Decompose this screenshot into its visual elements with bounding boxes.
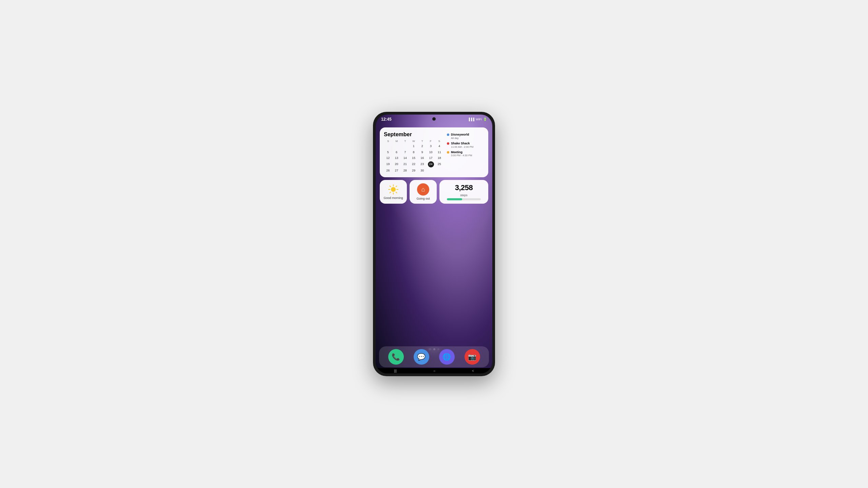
day-f: F (427, 140, 435, 143)
going-out-label: Going out (416, 197, 430, 200)
event-disneyworld[interactable]: Disneyworld All day (447, 133, 484, 140)
cal-22[interactable]: 22 (410, 161, 418, 167)
day-t1: T (401, 140, 409, 143)
day-w: W (409, 140, 418, 143)
status-time: 12:45 (381, 117, 392, 122)
cal-3[interactable]: 3 (427, 143, 435, 149)
steps-count: 3,258 (455, 183, 473, 192)
cal-14[interactable]: 14 (401, 155, 409, 161)
dock-camera-app[interactable]: 📷 (465, 349, 480, 365)
cal-16[interactable]: 16 (418, 155, 426, 161)
cal-28[interactable]: 28 (401, 168, 409, 174)
home-button[interactable]: ○ (433, 369, 435, 373)
wifi-icon: WiFi (476, 118, 482, 121)
widgets-area: September S M T W T F S (380, 127, 488, 204)
cal-24-today[interactable]: 24 (428, 161, 434, 167)
event-info-meeting: Meeting 3:00 PM - 4:30 PM (451, 150, 472, 157)
weather-widget[interactable]: Good morning (380, 180, 407, 204)
cal-18[interactable]: 18 (435, 155, 443, 161)
event-info-shakeshack: Shake Shack 11:00 AM - 2:00 PM (451, 142, 473, 148)
cal-19[interactable]: 19 (384, 161, 392, 167)
event-meeting[interactable]: Meeting 3:00 PM - 4:30 PM (447, 150, 484, 157)
home-icon-circle: ⌂ (417, 183, 429, 196)
cal-2[interactable]: 2 (418, 143, 426, 149)
event-name-shakeshack: Shake Shack (451, 142, 473, 145)
steps-label: steps (460, 194, 468, 197)
cal-4[interactable]: 4 (435, 143, 443, 149)
event-name-disneyworld: Disneyworld (451, 133, 469, 137)
dock-phone-app[interactable]: 📞 (388, 349, 404, 365)
battery-icon: 🔋 (483, 118, 487, 121)
calendar-grid: S M T W T F S 1 (384, 140, 443, 173)
event-dot-disneyworld (447, 134, 449, 136)
calendar-left: September S M T W T F S (384, 131, 443, 173)
svg-line-6 (396, 192, 397, 193)
cal-10[interactable]: 10 (427, 149, 435, 155)
event-time-disneyworld: All day (451, 137, 469, 140)
day-m: M (392, 140, 401, 143)
cal-11[interactable]: 11 (435, 149, 443, 155)
svg-line-7 (396, 186, 397, 187)
cal-30[interactable]: 30 (418, 168, 426, 174)
cal-1[interactable]: 1 (410, 143, 418, 149)
recent-apps-button[interactable]: ||| (394, 369, 397, 373)
status-icons: ▐▐▐ WiFi 🔋 (468, 118, 487, 121)
cal-empty-1 (384, 143, 392, 149)
day-s2: S (435, 140, 443, 143)
cal-15[interactable]: 15 (410, 155, 418, 161)
sun-icon (388, 184, 399, 195)
system-nav: ||| ○ < (376, 368, 492, 373)
steps-bar-fill (447, 198, 462, 200)
going-out-widget[interactable]: ⌂ Going out (410, 180, 437, 204)
dock-messages-app[interactable]: 💬 (414, 349, 429, 365)
cal-13[interactable]: 13 (392, 155, 400, 161)
event-shakeshack[interactable]: Shake Shack 11:00 AM - 2:00 PM (447, 142, 484, 148)
cal-29[interactable]: 29 (410, 168, 418, 174)
home-icon: ⌂ (421, 186, 425, 192)
cal-12[interactable]: 12 (384, 155, 392, 161)
event-name-meeting: Meeting (451, 150, 472, 154)
event-dot-shakeshack (447, 142, 449, 145)
svg-line-8 (390, 192, 391, 193)
weather-label: Good morning (383, 196, 403, 200)
cal-17[interactable]: 17 (427, 155, 435, 161)
day-t2: T (418, 140, 427, 143)
cal-26[interactable]: 26 (384, 168, 392, 174)
phone-container: 12:45 ▐▐▐ WiFi 🔋 September S M T (373, 112, 495, 376)
event-info-disneyworld: Disneyworld All day (451, 133, 469, 140)
cal-9[interactable]: 9 (418, 149, 426, 155)
cal-25[interactable]: 25 (435, 161, 443, 167)
cal-empty-5 (435, 168, 443, 174)
cal-23[interactable]: 23 (418, 161, 426, 167)
cal-7[interactable]: 7 (401, 149, 409, 155)
calendar-events: Disneyworld All day Shake Shack 11:00 AM… (447, 131, 484, 173)
event-dot-meeting (447, 151, 449, 154)
event-time-shakeshack: 11:00 AM - 2:00 PM (451, 145, 473, 148)
signal-icon: ▐▐▐ (468, 118, 474, 121)
cal-5[interactable]: 5 (384, 149, 392, 155)
back-button[interactable]: < (472, 369, 474, 373)
cal-header: S M T W T F S (384, 140, 443, 143)
cal-20[interactable]: 20 (392, 161, 400, 167)
steps-widget[interactable]: 3,258 steps (439, 180, 488, 204)
day-s1: S (384, 140, 392, 143)
cal-8[interactable]: 8 (410, 149, 418, 155)
cal-empty-4 (427, 168, 435, 174)
dock-browser-app[interactable]: 🌐 (439, 349, 455, 365)
app-dock: 📞 💬 🌐 📷 (379, 346, 489, 367)
cal-body: 1 2 3 4 5 6 7 8 9 10 11 (384, 143, 443, 173)
svg-line-5 (390, 186, 391, 187)
cal-empty-3 (401, 143, 409, 149)
phone-app-icon: 📞 (392, 353, 400, 361)
status-bar: 12:45 ▐▐▐ WiFi 🔋 (376, 115, 492, 124)
browser-app-icon: 🌐 (442, 353, 451, 361)
cal-empty-2 (392, 143, 400, 149)
cal-27[interactable]: 27 (392, 168, 400, 174)
calendar-widget[interactable]: September S M T W T F S (380, 127, 488, 177)
steps-bar-background (447, 198, 480, 200)
cal-21[interactable]: 21 (401, 161, 409, 167)
cal-6[interactable]: 6 (392, 149, 400, 155)
camera-notch (432, 117, 436, 121)
small-widgets-row: Good morning ⌂ Going out 3,258 steps (380, 180, 488, 204)
messages-app-icon: 💬 (417, 353, 426, 361)
